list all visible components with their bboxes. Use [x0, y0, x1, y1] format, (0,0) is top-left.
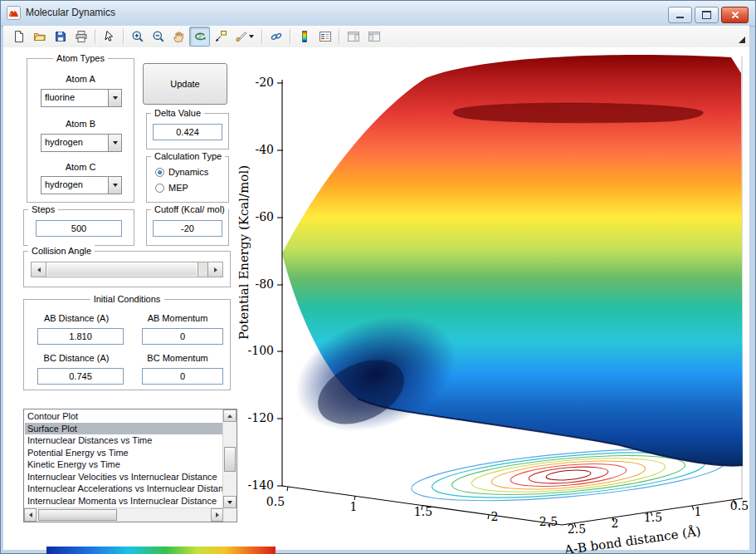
save-figure-button[interactable]	[50, 27, 71, 47]
zoom-out-icon	[152, 30, 165, 43]
zoom-in-button[interactable]	[127, 27, 148, 47]
horizontal-scroll-thumb[interactable]	[38, 509, 117, 521]
y-tick-label: -20	[255, 76, 274, 89]
edit-cursor-button[interactable]	[99, 27, 119, 47]
ab-momentum-label: AB Momentum	[132, 313, 223, 323]
list-item[interactable]: Internuclear Velocities vs Internuclear …	[25, 471, 223, 483]
hide-plot-tools-button[interactable]	[343, 27, 363, 47]
radio-dynamics[interactable]: Dynamics	[155, 167, 208, 177]
horizontal-scrollbar[interactable]	[24, 507, 223, 522]
steps-input[interactable]	[36, 220, 122, 237]
scroll-down-button[interactable]	[223, 496, 237, 508]
x-tick-label: 0.5	[266, 495, 285, 508]
dropdown-arrow-button[interactable]	[108, 90, 121, 106]
dropdown-arrow-button[interactable]	[108, 177, 121, 194]
bc-momentum-input[interactable]	[142, 368, 223, 385]
collision-angle-slider[interactable]	[31, 262, 223, 277]
chevron-down-icon	[113, 184, 118, 187]
brush-dropdown-arrow[interactable]	[249, 35, 254, 38]
y-tick-label: -40	[255, 143, 274, 156]
legend-icon	[319, 30, 332, 43]
zoom-out-button[interactable]	[148, 27, 168, 47]
bc-distance-input[interactable]	[37, 368, 124, 385]
arrow-right-icon	[214, 267, 217, 272]
insert-legend-button[interactable]	[315, 27, 335, 47]
show-plot-tools-icon	[368, 30, 381, 43]
y-tick-label: -120	[248, 411, 274, 424]
background-window-sliver	[46, 547, 276, 554]
radio-label: MEP	[168, 183, 188, 193]
vertical-scroll-thumb[interactable]	[224, 447, 236, 472]
slider-track[interactable]	[46, 262, 207, 277]
show-plot-tools-button[interactable]	[363, 27, 384, 47]
potential-energy-surface	[280, 55, 743, 466]
list-item-selected[interactable]: Surface Plot	[25, 423, 223, 435]
atom-a-label: Atom A	[27, 74, 134, 84]
data-cursor-button[interactable]	[210, 27, 231, 47]
figure-toolbar	[3, 26, 749, 48]
print-figure-button[interactable]	[71, 27, 91, 47]
chevron-down-icon	[113, 96, 118, 100]
list-item[interactable]: Contour Plot	[25, 410, 223, 423]
list-item[interactable]: Internuclear Momenta vs Internuclear Dis…	[25, 495, 223, 507]
hide-plot-tools-icon	[347, 30, 360, 43]
atom-b-dropdown[interactable]: hydrogen	[41, 134, 122, 152]
ab-distance-input[interactable]	[37, 328, 124, 345]
scroll-right-button[interactable]	[211, 508, 223, 522]
slider-right-arrow[interactable]	[207, 262, 222, 277]
scroll-up-button[interactable]	[223, 409, 237, 422]
slider-left-arrow[interactable]	[32, 262, 46, 277]
close-button[interactable]	[721, 7, 749, 23]
ab-momentum-input[interactable]	[142, 328, 223, 345]
x-tick-label: 2.5	[568, 522, 586, 536]
vertical-scrollbar[interactable]	[222, 409, 237, 508]
delta-value-input[interactable]	[153, 124, 222, 140]
maximize-button[interactable]	[695, 7, 719, 23]
x-tick-label: 0.5	[730, 499, 749, 512]
new-figure-button[interactable]	[8, 27, 29, 47]
plot-canvas-3d-surface[interactable]: -20 -40 -60 -80 -100 -120 -140 0.5 1 1.5…	[237, 47, 756, 554]
scroll-left-button[interactable]	[24, 508, 37, 522]
close-icon	[730, 10, 740, 20]
pan-button[interactable]	[168, 27, 189, 47]
panel-cutoff: Cutoff (Kcal/ mol)	[146, 209, 229, 246]
open-file-button[interactable]	[29, 27, 50, 47]
list-item[interactable]: Kinetic Energy vs Time	[25, 458, 223, 471]
listbox-items: Contour Plot Surface Plot Internuclear D…	[25, 410, 223, 508]
toolbar-overflow-arrow[interactable]	[739, 37, 745, 43]
atom-c-dropdown[interactable]: hydrogen	[41, 176, 122, 194]
list-item[interactable]: Internuclear Distances vs Time	[25, 434, 223, 447]
cutoff-input[interactable]	[153, 220, 222, 237]
arrow-left-icon	[37, 267, 41, 272]
maximize-icon	[702, 11, 711, 19]
update-button[interactable]: Update	[143, 63, 227, 105]
radio-mep[interactable]: MEP	[155, 183, 188, 193]
panel-collision-angle: Collision Angle	[23, 251, 231, 287]
toolbar-separator	[261, 29, 262, 44]
radio-label: Dynamics	[168, 167, 208, 177]
slider-thumb[interactable]	[46, 262, 198, 277]
link-plots-button[interactable]	[266, 27, 286, 47]
arrow-right-icon	[216, 512, 219, 517]
dropdown-arrow-button[interactable]	[108, 135, 121, 151]
panel-delta-value: Delta Value	[146, 113, 229, 150]
list-item[interactable]: Internuclear Accelerations vs Internucle…	[25, 483, 223, 495]
rotate-3d-button[interactable]	[189, 27, 210, 47]
panel-title: Cutoff (Kcal/ mol)	[151, 203, 228, 215]
atom-b-value: hydrogen	[41, 135, 108, 151]
window-controls	[668, 7, 749, 23]
zoom-in-icon	[131, 30, 144, 43]
list-item[interactable]: Potential Energy vs Time	[25, 447, 223, 459]
minimize-button[interactable]	[668, 7, 692, 23]
panel-title: Atom Types	[53, 52, 108, 64]
toolbar-separator	[95, 29, 95, 44]
toolbar-separator	[290, 29, 290, 44]
insert-colorbar-button[interactable]	[294, 27, 315, 47]
y-tick-label: -60	[255, 210, 274, 223]
y-tick-label: -140	[248, 478, 274, 492]
panel-calculation-type: Calculation Type Dynamics MEP	[146, 156, 229, 203]
radio-icon	[155, 184, 164, 193]
brush-data-button[interactable]	[231, 27, 258, 47]
atom-a-dropdown[interactable]: fluorine	[41, 89, 122, 107]
atom-c-value: hydrogen	[41, 177, 108, 194]
